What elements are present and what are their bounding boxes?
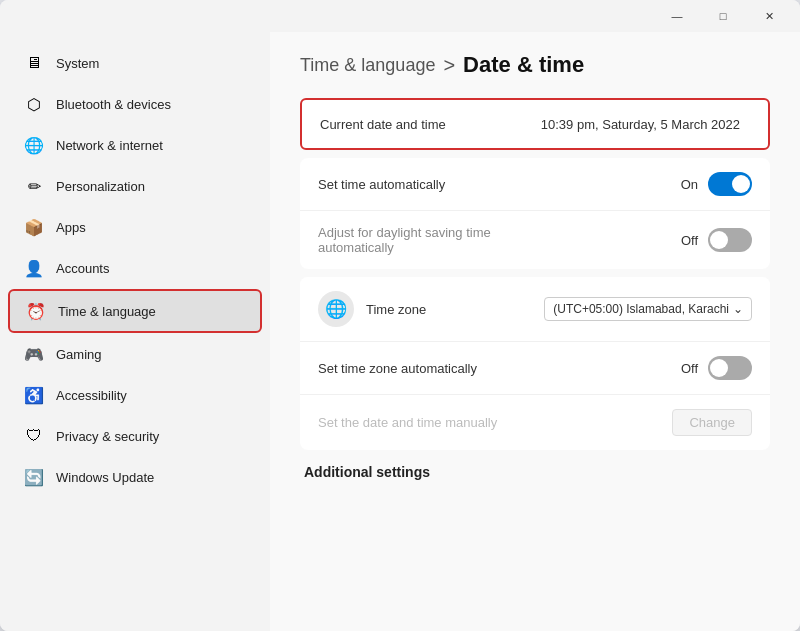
sidebar-label-windows-update: Windows Update xyxy=(56,470,154,485)
timezone-value: (UTC+05:00) Islamabad, Karachi xyxy=(553,302,729,316)
sidebar-item-time[interactable]: ⏰Time & language xyxy=(8,289,262,333)
timezone-dropdown[interactable]: (UTC+05:00) Islamabad, Karachi ⌄ xyxy=(544,297,752,321)
set-timezone-auto-toggle[interactable] xyxy=(708,356,752,380)
daylight-saving-toggle[interactable] xyxy=(708,228,752,252)
title-bar: — □ ✕ xyxy=(0,0,800,32)
current-date-value: 10:39 pm, Saturday, 5 March 2022 xyxy=(541,117,740,132)
manual-date-label: Set the date and time manually xyxy=(318,415,672,430)
time-icon: ⏰ xyxy=(26,301,46,321)
network-icon: 🌐 xyxy=(24,135,44,155)
set-time-auto-toggle[interactable] xyxy=(708,172,752,196)
apps-icon: 📦 xyxy=(24,217,44,237)
bluetooth-icon: ⬡ xyxy=(24,94,44,114)
set-timezone-auto-value: Off xyxy=(681,361,698,376)
timezone-icon: 🌐 xyxy=(318,291,354,327)
change-button[interactable]: Change xyxy=(672,409,752,436)
sidebar-item-gaming[interactable]: 🎮Gaming xyxy=(8,334,262,374)
sidebar-item-apps[interactable]: 📦Apps xyxy=(8,207,262,247)
sidebar-item-windows-update[interactable]: 🔄Windows Update xyxy=(8,457,262,497)
sidebar-item-privacy[interactable]: 🛡Privacy & security xyxy=(8,416,262,456)
close-button[interactable]: ✕ xyxy=(746,0,792,32)
timezone-label: Time zone xyxy=(366,302,544,317)
content-area: 🖥System⬡Bluetooth & devices🌐Network & in… xyxy=(0,32,800,631)
current-date-time-row: Current date and time 10:39 pm, Saturday… xyxy=(300,98,770,150)
windows-update-icon: 🔄 xyxy=(24,467,44,487)
sidebar-item-network[interactable]: 🌐Network & internet xyxy=(8,125,262,165)
personalization-icon: ✏ xyxy=(24,176,44,196)
breadcrumb-current: Date & time xyxy=(463,52,584,78)
set-timezone-auto-row: Set time zone automatically Off xyxy=(300,342,770,395)
main-wrapper: Time & language > Date & time Current da… xyxy=(270,32,800,631)
sidebar-item-accounts[interactable]: 👤Accounts xyxy=(8,248,262,288)
set-time-auto-row: Set time automatically On xyxy=(300,158,770,211)
sidebar-label-personalization: Personalization xyxy=(56,179,145,194)
toggle-thumb-3 xyxy=(710,359,728,377)
daylight-saving-label: Adjust for daylight saving timeautomatic… xyxy=(318,225,681,255)
sidebar-label-accounts: Accounts xyxy=(56,261,109,276)
daylight-saving-value: Off xyxy=(681,233,698,248)
set-time-auto-label: Set time automatically xyxy=(318,177,681,192)
toggle-thumb-2 xyxy=(710,231,728,249)
daylight-saving-row: Adjust for daylight saving timeautomatic… xyxy=(300,211,770,269)
sidebar-label-system: System xyxy=(56,56,99,71)
breadcrumb-separator: > xyxy=(443,54,455,77)
sidebar-label-bluetooth: Bluetooth & devices xyxy=(56,97,171,112)
breadcrumb-parent: Time & language xyxy=(300,55,435,76)
privacy-icon: 🛡 xyxy=(24,426,44,446)
breadcrumb: Time & language > Date & time xyxy=(300,52,770,78)
sidebar-item-bluetooth[interactable]: ⬡Bluetooth & devices xyxy=(8,84,262,124)
timezone-card: 🌐 Time zone (UTC+05:00) Islamabad, Karac… xyxy=(300,277,770,450)
additional-settings-header: Additional settings xyxy=(300,464,770,480)
manual-date-row: Set the date and time manually Change xyxy=(300,395,770,450)
main-settings-card: Set time automatically On Adjust for day… xyxy=(300,158,770,269)
sidebar-item-personalization[interactable]: ✏Personalization xyxy=(8,166,262,206)
accessibility-icon: ♿ xyxy=(24,385,44,405)
sidebar-label-time: Time & language xyxy=(58,304,156,319)
sidebar-label-privacy: Privacy & security xyxy=(56,429,159,444)
gaming-icon: 🎮 xyxy=(24,344,44,364)
sidebar-item-system[interactable]: 🖥System xyxy=(8,43,262,83)
window-controls: — □ ✕ xyxy=(654,0,792,32)
current-date-label: Current date and time xyxy=(320,117,541,132)
system-icon: 🖥 xyxy=(24,53,44,73)
sidebar-item-accessibility[interactable]: ♿Accessibility xyxy=(8,375,262,415)
timezone-row: 🌐 Time zone (UTC+05:00) Islamabad, Karac… xyxy=(300,277,770,342)
toggle-thumb xyxy=(732,175,750,193)
sidebar-label-gaming: Gaming xyxy=(56,347,102,362)
minimize-button[interactable]: — xyxy=(654,0,700,32)
set-time-auto-value: On xyxy=(681,177,698,192)
sidebar: 🖥System⬡Bluetooth & devices🌐Network & in… xyxy=(0,32,270,631)
main-content: Time & language > Date & time Current da… xyxy=(270,32,800,631)
settings-window: — □ ✕ 🖥System⬡Bluetooth & devices🌐Networ… xyxy=(0,0,800,631)
set-timezone-auto-label: Set time zone automatically xyxy=(318,361,681,376)
maximize-button[interactable]: □ xyxy=(700,0,746,32)
sidebar-label-apps: Apps xyxy=(56,220,86,235)
accounts-icon: 👤 xyxy=(24,258,44,278)
sidebar-label-accessibility: Accessibility xyxy=(56,388,127,403)
sidebar-label-network: Network & internet xyxy=(56,138,163,153)
chevron-down-icon: ⌄ xyxy=(733,302,743,316)
